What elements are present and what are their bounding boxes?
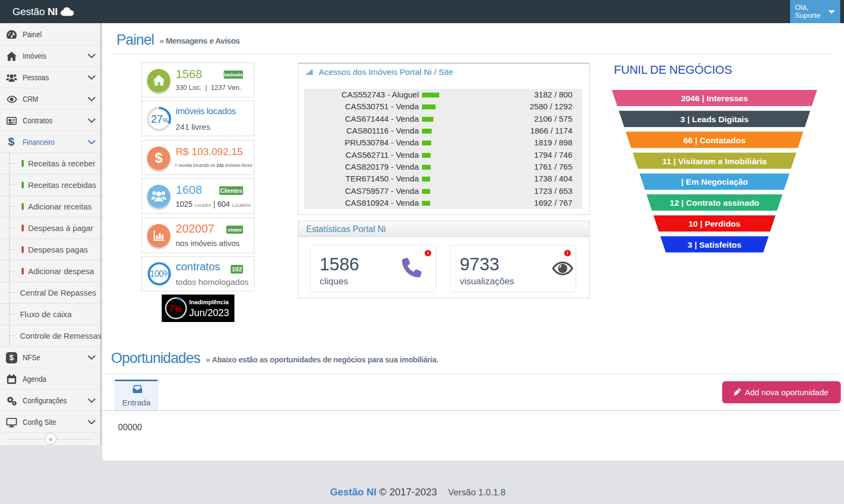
- svg-text:| Em Negociação: | Em Negociação: [681, 177, 748, 186]
- svg-text:3 | Leads Digitais: 3 | Leads Digitais: [680, 115, 749, 124]
- svg-text:3 | Satisfeitos: 3 | Satisfeitos: [688, 240, 742, 249]
- svg-text:66 | Contatados: 66 | Contatados: [683, 136, 745, 145]
- svg-text:27: 27: [151, 113, 163, 125]
- svg-text:10 | Perdidos: 10 | Perdidos: [688, 219, 741, 228]
- svg-text:12 | Contrato assinado: 12 | Contrato assinado: [670, 198, 759, 207]
- svg-text:7%: 7%: [169, 304, 182, 313]
- svg-text:2046 | Interesses: 2046 | Interesses: [681, 94, 748, 103]
- svg-text:11 | Visitaram a Imobiliária: 11 | Visitaram a Imobiliária: [662, 157, 767, 166]
- svg-text:%: %: [163, 117, 169, 124]
